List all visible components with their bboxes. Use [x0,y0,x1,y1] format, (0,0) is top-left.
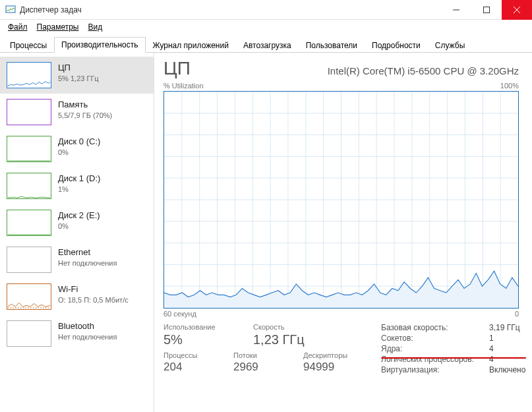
sidebar-item-3[interactable]: Диск 1 (D:) 1% [0,167,154,204]
titlebar: Диспетчер задач [0,0,532,20]
sidebar-item-title: Bluetooth [58,320,117,332]
processes-label: Процессы [163,351,216,359]
menu-view[interactable]: Вид [84,21,106,33]
virtualization-label: Виртуализация: [381,365,487,374]
sidebar-thumb-icon [7,283,51,310]
tab-processes[interactable]: Процессы [3,38,54,53]
base-speed-value: 3,19 ГГц [489,323,532,332]
cpu-chart [163,91,519,309]
sidebar-item-1[interactable]: Память 5,5/7,9 ГБ (70%) [0,94,154,131]
menu-file[interactable]: Файл [4,21,32,33]
window-title: Диспетчер задач [20,5,82,15]
threads-value: 2969 [233,361,286,374]
sidebar-item-title: Ethernet [58,247,117,258]
minimize-button[interactable] [441,0,471,20]
sidebar-item-title: Диск 1 (D:) [58,173,100,185]
sidebar-item-5[interactable]: Ethernet Нет подключения [0,241,154,278]
menubar: Файл Параметры Вид [0,20,532,34]
app-icon [5,5,16,15]
logical-proc-value: 4 [489,355,532,364]
resource-title: ЦП [163,58,191,79]
sidebar-item-title: Диск 2 (E:) [58,210,100,221]
sidebar-thumb-icon [7,247,51,273]
tab-strip: Процессы Производительность Журнал прило… [0,34,532,53]
sidebar-item-sub: Нет подключения [58,332,117,342]
maximize-button[interactable] [471,0,502,20]
axis-bottom-left: 60 секунд [163,310,196,318]
speed-value: 1,23 ГГц [253,332,305,347]
axis-top-right: 100% [500,82,519,90]
tab-performance[interactable]: Производительность [54,37,145,53]
speed-label: Скорость [253,323,305,331]
sidebar-item-sub: 0% [58,221,100,231]
cpu-model: Intel(R) Core(TM) i5-6500 CPU @ 3.20GHz [328,65,519,76]
sidebar-item-title: ЦП [58,62,99,74]
cpu-details: Базовая скорость: 3,19 ГГц Сокетов: 1 Яд… [381,323,532,374]
sidebar-thumb-icon [7,320,51,347]
usage-label: Использование [163,323,236,331]
close-button[interactable] [502,0,532,20]
base-speed-label: Базовая скорость: [381,323,487,332]
annotation-underline [381,357,526,359]
threads-label: Потоки [233,351,286,359]
sockets-value: 1 [489,334,532,343]
sidebar-item-sub: 0% [58,148,100,158]
tab-details[interactable]: Подробности [365,38,428,53]
sidebar-item-4[interactable]: Диск 2 (E:) 0% [0,204,154,241]
processes-value: 204 [163,361,216,374]
menu-options[interactable]: Параметры [33,21,83,33]
tab-startup[interactable]: Автозагрузка [236,38,299,53]
cores-label: Ядра: [381,344,487,353]
sidebar-item-7[interactable]: Bluetooth Нет подключения [0,315,154,352]
sidebar-item-2[interactable]: Диск 0 (C:) 0% [0,131,154,167]
sidebar-item-sub: О: 18,5 П: 0,5 Мбит/с [58,295,129,305]
sidebar-thumb-icon [7,99,51,125]
sidebar-item-sub: 5% 1,23 ГГц [58,74,99,84]
sidebar-thumb-icon [7,136,51,162]
window-controls [441,0,532,20]
cores-value: 4 [489,344,532,353]
sidebar-thumb-icon [7,173,51,199]
sidebar-item-sub: Нет подключения [58,258,117,268]
main-panel: ЦП Intel(R) Core(TM) i5-6500 CPU @ 3.20G… [154,53,532,412]
svg-rect-2 [484,7,490,13]
sidebar-item-title: Память [58,99,112,111]
virtualization-value: Включено [489,365,532,374]
sidebar: ЦП 5% 1,23 ГГц Память 5,5/7,9 ГБ (70%) Д… [0,53,154,412]
stats-row: Использование 5% Скорость 1,23 ГГц Проце… [163,323,519,374]
sidebar-thumb-icon [7,210,51,236]
sidebar-thumb-icon [7,62,51,88]
tab-services[interactable]: Службы [428,38,472,53]
axis-bottom-right: 0 [515,310,519,318]
usage-value: 5% [163,332,236,347]
svg-rect-0 [6,6,15,13]
sockets-label: Сокетов: [381,334,487,343]
axis-top-left: % Utilization [163,82,204,90]
sidebar-item-sub: 5,5/7,9 ГБ (70%) [58,111,112,121]
sidebar-item-6[interactable]: Wi-Fi О: 18,5 П: 0,5 Мбит/с [0,278,154,315]
sidebar-item-0[interactable]: ЦП 5% 1,23 ГГц [0,57,154,94]
logical-proc-label: Логических процессоров: [381,355,487,364]
sidebar-item-title: Wi-Fi [58,283,129,295]
tab-users[interactable]: Пользователи [299,38,365,53]
sidebar-item-sub: 1% [58,185,100,194]
tab-app-history[interactable]: Журнал приложений [146,38,236,53]
sidebar-item-title: Диск 0 (C:) [58,136,100,148]
handles-value: 94999 [303,361,369,374]
handles-label: Дескрипторы [303,351,369,359]
